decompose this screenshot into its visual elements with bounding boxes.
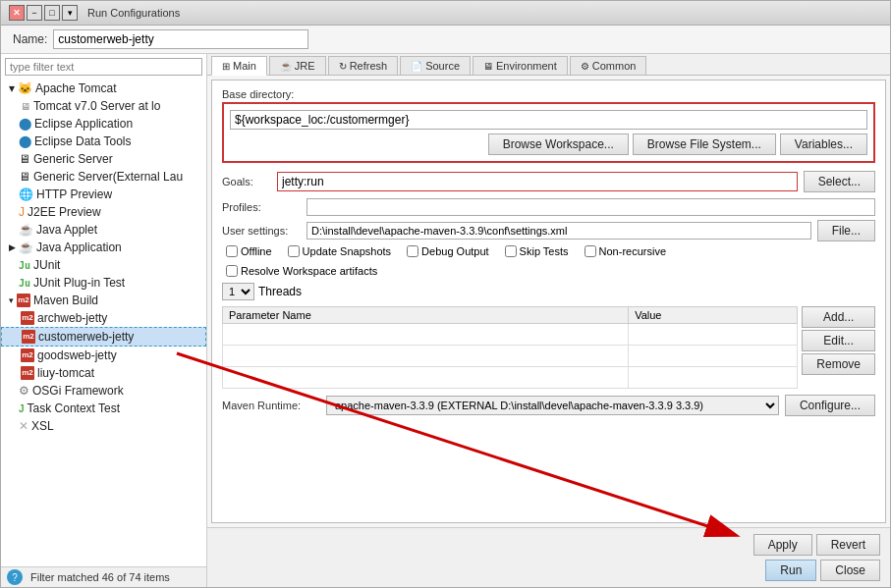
skip-tests-checkbox[interactable] xyxy=(505,245,517,257)
junit-plugin-icon: Ju xyxy=(19,278,30,289)
run-close-row: Run Close xyxy=(217,560,880,581)
expand-icon: ▶ xyxy=(9,421,16,431)
run-btn[interactable]: Run xyxy=(765,560,816,581)
param-panel: Parameter Name Value xyxy=(222,306,875,395)
offline-checkbox[interactable] xyxy=(226,245,238,257)
profiles-input[interactable] xyxy=(306,198,875,216)
tabs-bar: ⊞ Main ☕ JRE ↻ Refresh 📄 Source 🖥 En xyxy=(207,54,890,76)
browse-file-system-btn[interactable]: Browse File System... xyxy=(633,134,776,155)
tree-item-label: Eclipse Data Tools xyxy=(34,134,132,148)
jre-tab-label: JRE xyxy=(295,60,315,72)
tree-item-archweb[interactable]: m2 archweb-jetty xyxy=(1,309,206,327)
apply-btn[interactable]: Apply xyxy=(753,534,812,556)
update-snapshots-checkbox[interactable] xyxy=(288,245,300,257)
form-content: Base directory: Browse Workspace... Brow… xyxy=(211,80,886,523)
tomcat-icon: 🐱 xyxy=(18,81,32,95)
maven-sub-icon: m2 xyxy=(21,366,34,380)
tree-item-junit[interactable]: ▶ Ju JUnit xyxy=(1,256,206,274)
select-btn[interactable]: Select... xyxy=(804,171,875,192)
tree-item-j2ee[interactable]: ▶ J J2EE Preview xyxy=(1,203,206,221)
generic-server-icon: 🖥 xyxy=(19,152,30,166)
name-input[interactable] xyxy=(53,29,308,49)
tab-refresh[interactable]: ↻ Refresh xyxy=(328,56,399,75)
tree-item-http[interactable]: ▶ 🌐 HTTP Preview xyxy=(1,186,206,203)
tab-jre[interactable]: ☕ JRE xyxy=(269,56,326,75)
tab-main[interactable]: ⊞ Main xyxy=(211,56,267,76)
tree-item-label: Task Context Test xyxy=(28,401,121,415)
tree-item-liuy[interactable]: m2 liuy-tomcat xyxy=(1,364,206,382)
name-label: Name: xyxy=(13,32,47,46)
debug-output-checkbox[interactable] xyxy=(407,245,418,257)
resolve-workspace-checkbox[interactable] xyxy=(226,265,238,277)
expand-icon: ▶ xyxy=(9,403,16,413)
skip-tests-label: Skip Tests xyxy=(520,245,569,257)
threads-label: Threads xyxy=(258,285,302,298)
jre-tab-icon: ☕ xyxy=(280,61,292,72)
param-name-header: Parameter Name xyxy=(223,307,629,324)
tree-item-xsl[interactable]: ▶ ✕ XSL xyxy=(1,417,206,435)
cb-offline: Offline xyxy=(226,245,272,257)
minimize-btn[interactable]: − xyxy=(27,5,42,21)
junit-icon: Ju xyxy=(19,260,30,271)
left-panel: ▾ 🐱 Apache Tomcat 🖥 Tomcat v7.0 Server a… xyxy=(1,54,207,587)
tree-item-junit-plugin[interactable]: ▶ Ju JUnit Plug-in Test xyxy=(1,274,206,292)
tree-item-label: JUnit Plug-in Test xyxy=(33,276,125,290)
apply-revert-row: Apply Revert xyxy=(217,534,880,556)
tree-item-eclipse-app[interactable]: ▶ ⬤ Eclipse Application xyxy=(1,115,206,133)
remove-param-btn[interactable]: Remove xyxy=(802,353,875,375)
tree-item-task-context[interactable]: ▶ J Task Context Test xyxy=(1,400,206,417)
variables-btn[interactable]: Variables... xyxy=(780,134,867,155)
tree-item-customerweb[interactable]: m2 customerweb-jetty xyxy=(1,327,206,347)
browse-workspace-btn[interactable]: Browse Workspace... xyxy=(488,134,629,155)
tree-item-goodsweb[interactable]: m2 goodsweb-jetty xyxy=(1,347,206,364)
tab-environment[interactable]: 🖥 Environment xyxy=(473,56,568,75)
expand-icon: ▶ xyxy=(9,154,16,164)
goals-input[interactable] xyxy=(277,172,798,191)
edit-param-btn[interactable]: Edit... xyxy=(802,330,875,351)
goals-row: Goals: Select... xyxy=(222,171,875,192)
tree-item-label: HTTP Preview xyxy=(36,187,112,201)
tree-area: ▾ 🐱 Apache Tomcat 🖥 Tomcat v7.0 Server a… xyxy=(1,80,206,566)
tree-item-java-applet[interactable]: ▶ ☕ Java Applet xyxy=(1,221,206,239)
file-btn[interactable]: File... xyxy=(817,220,875,241)
tree-item-generic-server[interactable]: ▶ 🖥 Generic Server xyxy=(1,150,206,168)
filter-status: Filter matched 46 of 74 items xyxy=(30,571,170,583)
maven-runtime-label: Maven Runtime: xyxy=(222,400,320,411)
maven-icon: m2 xyxy=(17,294,30,307)
threads-select[interactable]: 1 2 4 xyxy=(222,283,254,300)
tree-item-tomcat-server[interactable]: 🖥 Tomcat v7.0 Server at lo xyxy=(1,97,206,115)
expand-icon: ▶ xyxy=(9,278,16,288)
tree-item-label: XSL xyxy=(31,419,54,433)
help-icon[interactable]: ? xyxy=(7,569,23,585)
cb-debug-output: Debug Output xyxy=(407,245,489,257)
tab-source[interactable]: 📄 Source xyxy=(400,56,471,75)
cb-update-snapshots: Update Snapshots xyxy=(288,245,392,257)
tree-item-apache-tomcat[interactable]: ▾ 🐱 Apache Tomcat xyxy=(1,80,206,97)
close-window-btn[interactable]: ✕ xyxy=(9,5,25,21)
maven-sub-icon: m2 xyxy=(21,348,34,362)
tree-item-osgi[interactable]: ▶ ⚙ OSGi Framework xyxy=(1,382,206,400)
tree-item-label: J2EE Preview xyxy=(28,205,101,219)
tree-item-generic-server-ext[interactable]: ▶ 🖥 Generic Server(External Lau xyxy=(1,168,206,186)
debug-output-label: Debug Output xyxy=(421,245,489,257)
configure-maven-btn[interactable]: Configure... xyxy=(785,395,875,416)
add-param-btn[interactable]: Add... xyxy=(802,306,875,328)
user-settings-input[interactable] xyxy=(306,222,811,240)
restore-btn[interactable]: □ xyxy=(44,5,60,21)
non-recursive-checkbox[interactable] xyxy=(585,245,596,257)
tree-item-label: Eclipse Application xyxy=(34,117,133,131)
maven-runtime-select[interactable]: apache-maven-3.3.9 (EXTERNAL D:\install\… xyxy=(326,396,779,415)
tree-item-maven-build[interactable]: ▾ m2 Maven Build xyxy=(1,292,206,309)
base-dir-input[interactable] xyxy=(230,110,867,130)
close-btn[interactable]: Close xyxy=(820,560,880,581)
tree-item-eclipse-data[interactable]: ▶ ⬤ Eclipse Data Tools xyxy=(1,133,206,150)
tree-item-java-app[interactable]: ▶ ☕ Java Application xyxy=(1,239,206,256)
revert-btn[interactable]: Revert xyxy=(816,534,880,556)
more-btn[interactable]: ▾ xyxy=(62,5,78,21)
checkboxes-row: Offline Update Snapshots Debug Output Sk… xyxy=(222,245,875,277)
source-tab-icon: 📄 xyxy=(411,61,422,72)
xsl-icon: ✕ xyxy=(19,419,28,433)
tab-common[interactable]: ⚙ Common xyxy=(570,56,647,75)
java-applet-icon: ☕ xyxy=(19,223,33,237)
filter-input[interactable] xyxy=(5,58,202,76)
